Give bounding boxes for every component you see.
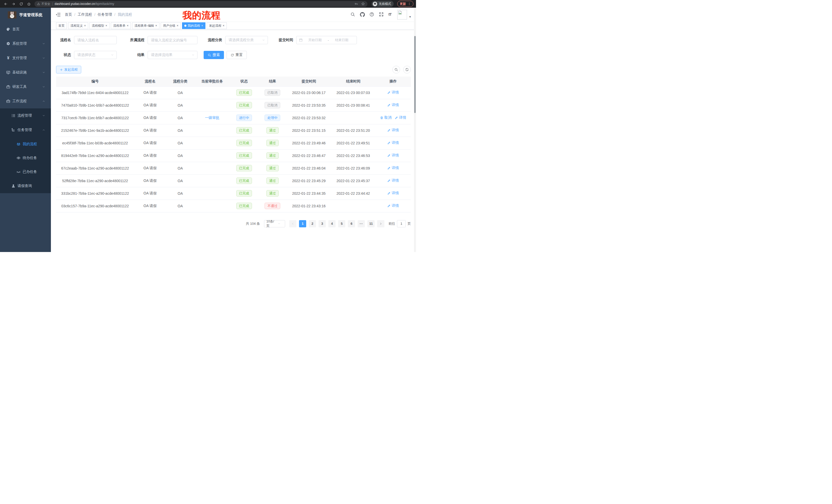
sidebar-item-我的流程[interactable]: 我的流程 <box>0 137 51 151</box>
browser-update-button[interactable]: 更新 <box>397 1 413 7</box>
sidebar-item-研发工具[interactable]: 研发工具 <box>0 80 51 94</box>
cell-submit-time: 2022-01-23 00:06:17 <box>287 86 331 99</box>
page-button-5[interactable]: 5 <box>338 220 345 227</box>
sidebar-item-工作流程[interactable]: 工作流程 <box>0 94 51 108</box>
reset-button[interactable]: 重置 <box>227 51 247 59</box>
detail-link[interactable]: 详情 <box>387 191 399 195</box>
detail-link[interactable]: 详情 <box>387 141 399 145</box>
close-icon[interactable]: × <box>84 24 86 27</box>
tab-流程表单-编辑[interactable]: 流程表单-编辑× <box>132 22 159 29</box>
browser-back-button[interactable] <box>3 1 9 7</box>
cell-result: 通过 <box>258 124 287 137</box>
page-more-button[interactable]: ··· <box>358 220 365 227</box>
refresh-table-button[interactable] <box>403 66 411 74</box>
topbar: 首页 / 工作流程 / 任务管理 / 我的流程 tT ▼ <box>51 8 416 22</box>
sidebar-item-请假查询[interactable]: 请假查询 <box>0 179 51 193</box>
page-button-2[interactable]: 2 <box>309 220 316 227</box>
github-button[interactable] <box>360 12 365 17</box>
col-status: 状态 <box>230 77 258 86</box>
chevron-down-icon <box>111 53 114 57</box>
page-button-3[interactable]: 3 <box>318 220 326 227</box>
breadcrumb-home[interactable]: 首页 <box>65 12 72 17</box>
scrollbar-thumb[interactable] <box>414 36 416 113</box>
page-size-select[interactable]: 10条/页 <box>264 220 285 227</box>
table-row: ec45f38f-7b9a-11ec-b03b-acde48001122OA 请… <box>56 137 411 149</box>
cancel-link[interactable]: 取消 <box>380 115 392 120</box>
page-button-1[interactable]: 1 <box>299 220 306 227</box>
sidebar-item-基础设施[interactable]: 基础设施 <box>0 65 51 80</box>
tab-label: 流程模型 <box>92 24 104 28</box>
close-icon[interactable]: × <box>177 24 178 27</box>
browser-menu-icon[interactable] <box>408 2 411 5</box>
detail-link[interactable]: 详情 <box>387 203 399 208</box>
table-row: 3ad174fb-7b9d-11ec-8404-acde48001122OA 请… <box>56 86 411 99</box>
filter-definition-input[interactable] <box>148 36 198 44</box>
close-icon[interactable]: × <box>155 24 157 27</box>
prev-page-button[interactable] <box>289 220 296 227</box>
cell-process-name: OA 请假 <box>134 99 166 111</box>
sidebar-item-系统管理[interactable]: 系统管理 <box>0 36 51 51</box>
help-button[interactable] <box>369 12 374 17</box>
detail-link[interactable]: 详情 <box>387 166 399 170</box>
table-header-row: 编号 流程名 流程分类 当前审批任务 状态 结果 提交时间 结束时间 操作 <box>56 77 411 86</box>
tab-流程表单[interactable]: 流程表单× <box>111 22 131 29</box>
filter-name-input[interactable] <box>74 36 117 44</box>
create-process-button[interactable]: 发起流程 <box>56 66 81 74</box>
page-button-6[interactable]: 6 <box>348 220 355 227</box>
fullscreen-button[interactable] <box>379 12 384 17</box>
tab-我的流程[interactable]: 我的流程× <box>182 22 205 29</box>
address-bar[interactable]: 不安全 dashboard.yudao.iocoder.cn /bpm/task… <box>34 1 367 7</box>
result-badge: 通过 <box>266 152 279 159</box>
sidebar-toggle-button[interactable] <box>55 12 61 17</box>
close-icon[interactable]: × <box>201 24 203 27</box>
next-page-button[interactable] <box>377 220 384 227</box>
browser-forward-button[interactable] <box>10 1 17 7</box>
sidebar-item-首页[interactable]: 首页 <box>0 22 51 36</box>
sidebar-item-任务管理[interactable]: 任务管理 <box>0 123 51 137</box>
detail-link[interactable]: 详情 <box>387 90 399 95</box>
tab-发起流程[interactable]: 发起流程× <box>207 22 227 29</box>
breadcrumb-task[interactable]: 任务管理 <box>98 12 112 17</box>
tab-流程模型[interactable]: 流程模型× <box>89 22 109 29</box>
goto-page-input[interactable] <box>397 220 406 227</box>
filter-result-select[interactable]: 请选择流结果 <box>148 51 198 59</box>
current-task-link[interactable]: 一级审批 <box>205 116 219 120</box>
sidebar-item-流程管理[interactable]: 流程管理 <box>0 108 51 123</box>
filter-category-select[interactable]: 请选择流程分类 <box>225 36 268 44</box>
close-icon[interactable]: × <box>105 24 107 27</box>
breadcrumb-workflow[interactable]: 工作流程 <box>78 12 92 17</box>
tab-流程定义[interactable]: 流程定义× <box>68 22 88 29</box>
result-badge: 通过 <box>266 165 279 171</box>
sidebar-item-待办任务[interactable]: 待办任务 <box>0 151 51 165</box>
sidebar-item-已办任务[interactable]: 已办任务 <box>0 165 51 179</box>
filter-status-select[interactable]: 请选择状态 <box>74 51 117 59</box>
search-button[interactable]: 搜索 <box>204 51 224 59</box>
result-badge: 通过 <box>266 190 279 197</box>
tab-用户分组[interactable]: 用户分组× <box>161 22 181 29</box>
key-icon[interactable] <box>355 2 358 6</box>
browser-reload-button[interactable] <box>18 1 24 7</box>
filter-status-label: 状态 <box>56 53 74 57</box>
avatar-caret-icon[interactable]: ▼ <box>409 16 411 18</box>
detail-link[interactable]: 详情 <box>387 178 399 183</box>
detail-link[interactable]: 详情 <box>387 153 399 158</box>
detail-link[interactable]: 详情 <box>395 115 406 120</box>
bookmark-star-icon[interactable] <box>361 2 365 6</box>
page-button-11[interactable]: 11 <box>367 220 374 227</box>
close-icon[interactable]: × <box>127 24 129 27</box>
page-scrollbar[interactable] <box>414 8 416 252</box>
page-button-4[interactable]: 4 <box>328 220 336 227</box>
toggle-search-button[interactable] <box>392 66 400 74</box>
cell-process-name: OA 请假 <box>134 149 166 162</box>
browser-home-button[interactable] <box>26 1 32 7</box>
avatar[interactable] <box>397 10 407 20</box>
cell-result: 通过 <box>258 149 287 162</box>
sidebar-item-支付管理[interactable]: ¥支付管理 <box>0 51 51 65</box>
tab-首页[interactable]: 首页 <box>56 22 67 29</box>
header-search-button[interactable] <box>350 12 356 17</box>
close-icon[interactable]: × <box>223 24 225 27</box>
font-size-button[interactable]: tT <box>389 12 394 17</box>
detail-link[interactable]: 详情 <box>387 103 399 107</box>
filter-submit-time-range[interactable]: 开始日期 - 结束日期 <box>296 36 357 44</box>
detail-link[interactable]: 详情 <box>387 128 399 133</box>
